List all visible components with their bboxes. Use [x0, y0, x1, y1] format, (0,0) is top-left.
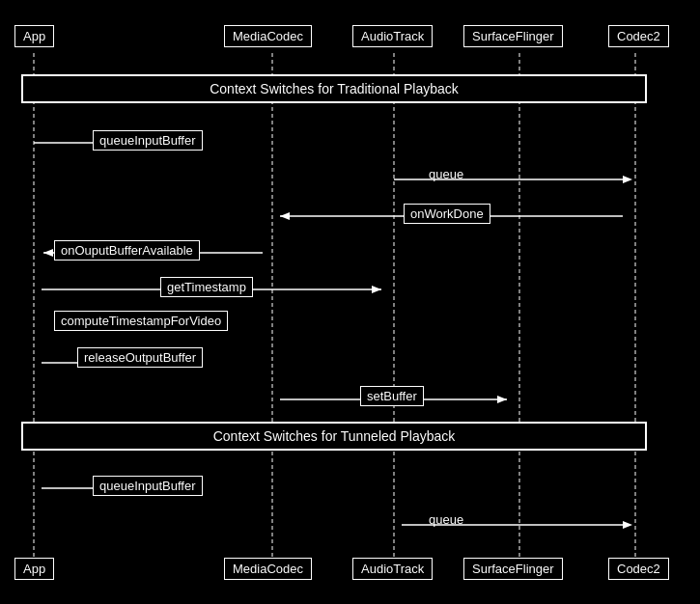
- call-releaseoutputbuffer: releaseOutputBuffer: [77, 347, 203, 368]
- svg-marker-14: [372, 286, 381, 293]
- actor-codec2-footer: Codec2: [608, 558, 669, 580]
- diagram: App MediaCodec AudioTrack SurfaceFlinger…: [0, 0, 700, 604]
- call-computetimestamp: computeTimestampForVideo: [54, 311, 228, 331]
- actor-app-header: App: [14, 25, 54, 47]
- call-queueinputbuffer1: queueInputBuffer: [93, 130, 203, 151]
- section2-bar: Context Switches for Tunneled Playback: [21, 422, 647, 451]
- call-setbuffer: setBuffer: [360, 386, 424, 406]
- actor-surfaceflinger-footer: SurfaceFlinger: [463, 558, 563, 580]
- call-queue1: queue: [429, 167, 463, 181]
- svg-marker-18: [497, 396, 507, 403]
- call-onworkdone: onWorkDone: [404, 204, 490, 224]
- svg-marker-10: [280, 212, 290, 220]
- svg-marker-8: [623, 176, 632, 183]
- actor-codec2-header: Codec2: [608, 25, 669, 47]
- call-queue2: queue: [429, 512, 463, 527]
- actor-audiotrack-footer: AudioTrack: [352, 558, 433, 580]
- svg-marker-12: [43, 249, 53, 257]
- section1-bar: Context Switches for Traditional Playbac…: [21, 74, 647, 103]
- actor-mediacodec-footer: MediaCodec: [224, 558, 312, 580]
- svg-marker-22: [623, 521, 632, 529]
- call-gettimestamp: getTimestamp: [160, 277, 253, 297]
- actor-surfaceflinger-header: SurfaceFlinger: [463, 25, 563, 47]
- actor-audiotrack-header: AudioTrack: [352, 25, 433, 47]
- actor-app-footer: App: [14, 558, 54, 580]
- call-onouputbufferavailable: onOuputBufferAvailable: [54, 240, 200, 261]
- call-queueinputbuffer2: queueInputBuffer: [93, 476, 203, 496]
- actor-mediacodec-header: MediaCodec: [224, 25, 312, 47]
